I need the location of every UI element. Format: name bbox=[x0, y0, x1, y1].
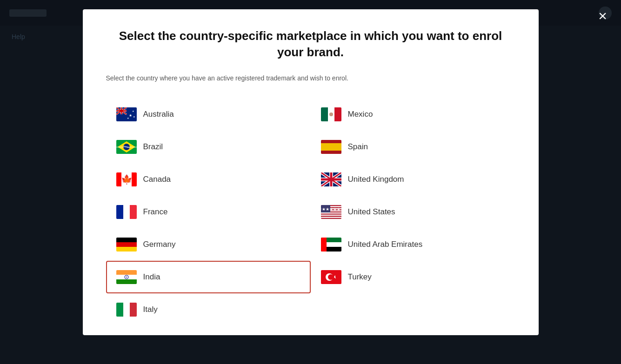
country-item-turkey[interactable]: Turkey bbox=[311, 261, 515, 293]
country-item-spain[interactable]: Spain bbox=[311, 131, 515, 163]
svg-rect-26 bbox=[116, 238, 137, 242]
flag-united-arab-emirates bbox=[321, 238, 341, 251]
country-item-mexico[interactable]: Mexico bbox=[311, 98, 515, 131]
country-item-canada[interactable]: 🍁 Canada bbox=[106, 163, 311, 196]
country-grid: ★ ★ ★ ★ Australia bbox=[106, 98, 515, 326]
country-name-australia: Australia bbox=[143, 110, 174, 119]
modal-subtitle: Select the country where you have an act… bbox=[106, 74, 515, 82]
flag-brazil: ORDEM E PROGRESSO bbox=[116, 140, 137, 154]
country-name-france: France bbox=[143, 207, 168, 217]
svg-rect-23 bbox=[116, 205, 123, 219]
svg-rect-35 bbox=[123, 303, 130, 317]
flag-canada: 🍁 bbox=[116, 172, 137, 186]
country-item-india[interactable]: India bbox=[106, 261, 311, 293]
country-item-italy[interactable]: Italy bbox=[106, 293, 311, 326]
country-name-spain: Spain bbox=[348, 142, 368, 152]
country-item-united-kingdom[interactable]: United Kingdom bbox=[311, 163, 515, 196]
flag-united-states: ★★★★★★★★★★★★★★★★★★★★★★★★★★★★★★★★★★★★★★★★… bbox=[321, 205, 341, 219]
svg-rect-21 bbox=[132, 172, 137, 186]
svg-rect-37 bbox=[321, 107, 328, 121]
svg-rect-57 bbox=[321, 215, 341, 216]
country-name-india: India bbox=[143, 272, 160, 282]
country-item-brazil[interactable]: ORDEM E PROGRESSO Brazil bbox=[106, 131, 311, 163]
country-item-united-states[interactable]: ★★★★★★★★★★★★★★★★★★★★★★★★★★★★★★★★★★★★★★★★… bbox=[311, 196, 515, 228]
svg-point-67 bbox=[328, 274, 334, 280]
flag-united-kingdom bbox=[321, 172, 341, 186]
svg-rect-29 bbox=[116, 270, 137, 275]
svg-rect-56 bbox=[321, 212, 341, 213]
svg-rect-31 bbox=[116, 279, 137, 284]
country-column-left: ★ ★ ★ ★ Australia bbox=[106, 98, 311, 326]
flag-germany bbox=[116, 238, 137, 251]
flag-france bbox=[116, 205, 137, 219]
flag-australia: ★ ★ ★ ★ bbox=[116, 107, 137, 121]
svg-rect-28 bbox=[116, 247, 137, 251]
country-name-united-kingdom: United Kingdom bbox=[348, 175, 404, 184]
country-item-united-arab-emirates[interactable]: United Arab Emirates bbox=[311, 228, 515, 261]
svg-rect-42 bbox=[321, 143, 341, 151]
flag-italy bbox=[116, 303, 137, 317]
svg-text:ORDEM E PROGRESSO: ORDEM E PROGRESSO bbox=[116, 146, 137, 148]
country-name-united-states: United States bbox=[348, 207, 395, 217]
country-name-canada: Canada bbox=[143, 175, 171, 184]
svg-rect-39 bbox=[334, 107, 341, 121]
country-name-mexico: Mexico bbox=[348, 110, 373, 119]
country-name-united-arab-emirates: United Arab Emirates bbox=[348, 240, 423, 249]
country-item-germany[interactable]: Germany bbox=[106, 228, 311, 261]
country-item-australia[interactable]: ★ ★ ★ ★ Australia bbox=[106, 98, 311, 131]
svg-rect-34 bbox=[116, 303, 123, 317]
flag-turkey bbox=[321, 270, 341, 284]
svg-rect-24 bbox=[123, 205, 130, 219]
flag-india bbox=[116, 270, 137, 284]
modal-title: Select the country-specific marketplace … bbox=[106, 28, 515, 60]
country-name-italy: Italy bbox=[143, 305, 158, 314]
country-name-germany: Germany bbox=[143, 240, 176, 249]
flag-spain bbox=[321, 140, 341, 154]
modal-overlay: × Select the country-specific marketplac… bbox=[0, 0, 621, 364]
svg-rect-64 bbox=[321, 238, 327, 251]
svg-rect-36 bbox=[130, 303, 137, 317]
svg-point-33 bbox=[126, 277, 127, 278]
svg-text:🍁: 🍁 bbox=[120, 174, 132, 185]
svg-text:★: ★ bbox=[128, 113, 132, 118]
flag-mexico bbox=[321, 107, 341, 121]
country-selection-modal: Select the country-specific marketplace … bbox=[83, 9, 539, 335]
close-button[interactable]: × bbox=[598, 8, 607, 23]
svg-rect-27 bbox=[116, 242, 137, 247]
svg-point-40 bbox=[329, 113, 333, 116]
country-item-france[interactable]: France bbox=[106, 196, 311, 228]
svg-rect-25 bbox=[130, 205, 137, 219]
svg-text:★★★★★★★★★★★★★★★★★★★★★★★★★★★★★★: ★★★★★★★★★★★★★★★★★★★★★★★★★★★★★★★★★★★★★★★★… bbox=[321, 207, 341, 212]
modal-body: Select the country-specific marketplace … bbox=[83, 9, 539, 335]
country-name-brazil: Brazil bbox=[143, 142, 163, 152]
country-name-turkey: Turkey bbox=[348, 272, 372, 282]
svg-rect-58 bbox=[321, 217, 341, 218]
country-column-right: Mexico Spain bbox=[311, 98, 515, 326]
